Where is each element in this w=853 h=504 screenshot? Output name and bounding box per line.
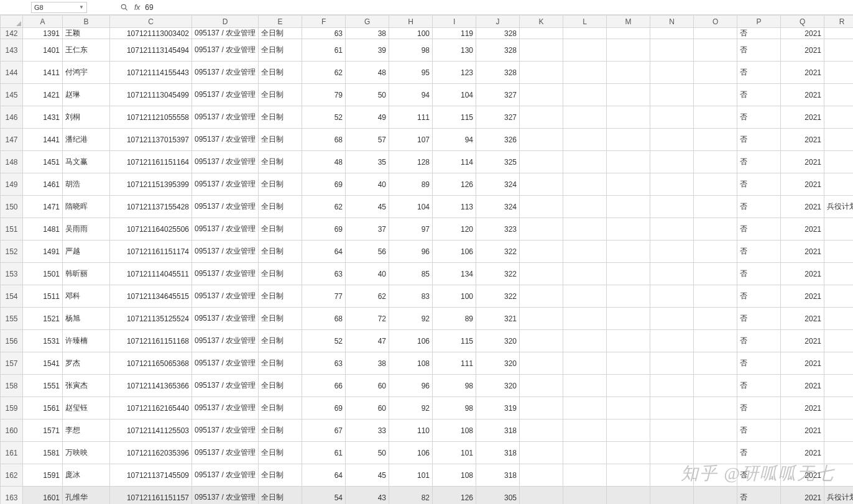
cell[interactable] [563, 352, 607, 375]
cell[interactable] [694, 330, 737, 352]
cell[interactable]: 许臻楠 [63, 330, 110, 352]
cell[interactable]: 全日制 [259, 218, 302, 241]
row-header[interactable]: 147 [1, 129, 23, 151]
cell[interactable]: 赵玺钰 [63, 397, 110, 419]
cell[interactable] [520, 196, 563, 218]
cell[interactable]: 123 [433, 62, 476, 84]
cell[interactable]: 否 [737, 375, 781, 397]
cell[interactable]: 62 [302, 196, 346, 218]
cell[interactable] [607, 263, 650, 285]
row-header[interactable]: 155 [1, 308, 23, 330]
cell[interactable] [650, 397, 694, 419]
cell[interactable] [607, 285, 650, 308]
col-header-B[interactable]: B [63, 16, 110, 28]
cell[interactable]: 否 [737, 330, 781, 352]
cell[interactable]: 否 [737, 151, 781, 173]
cell[interactable]: 107121162165440 [110, 397, 192, 419]
cell[interactable] [824, 241, 853, 263]
cell[interactable]: 否 [737, 106, 781, 129]
cell[interactable]: 否 [737, 84, 781, 106]
cell[interactable]: 61 [302, 442, 346, 464]
cell[interactable]: 2021 [781, 173, 824, 196]
cell[interactable]: 1531 [23, 330, 63, 352]
cell[interactable]: 全日制 [259, 442, 302, 464]
cell[interactable]: 320 [476, 330, 520, 352]
cell[interactable]: 98 [433, 375, 476, 397]
cell[interactable]: 2021 [781, 464, 824, 487]
cell[interactable] [694, 397, 737, 419]
cell[interactable]: 全日制 [259, 308, 302, 330]
row-header[interactable]: 163 [1, 487, 23, 505]
cell[interactable] [824, 442, 853, 464]
cell[interactable]: 62 [346, 285, 389, 308]
cell[interactable] [694, 419, 737, 442]
cell[interactable]: 否 [737, 241, 781, 263]
cell[interactable]: 96 [389, 375, 433, 397]
col-header-K[interactable]: K [520, 16, 563, 28]
cell[interactable]: 69 [302, 397, 346, 419]
cell[interactable]: 否 [737, 263, 781, 285]
cell[interactable]: 1591 [23, 464, 63, 487]
cell[interactable]: 107121114045511 [110, 263, 192, 285]
row-header[interactable]: 145 [1, 84, 23, 106]
cell[interactable] [607, 173, 650, 196]
col-header-G[interactable]: G [346, 16, 389, 28]
cell[interactable] [607, 129, 650, 151]
cell[interactable] [607, 241, 650, 263]
cell[interactable]: 2021 [781, 442, 824, 464]
cell[interactable]: 77 [302, 285, 346, 308]
cell[interactable] [520, 330, 563, 352]
cell[interactable]: 107121161151157 [110, 487, 192, 505]
cell[interactable]: 100 [389, 28, 433, 39]
cell[interactable] [520, 375, 563, 397]
cell[interactable]: 107 [389, 129, 433, 151]
cell[interactable]: 全日制 [259, 106, 302, 129]
cell[interactable]: 119 [433, 28, 476, 39]
cell[interactable]: 38 [346, 28, 389, 39]
cell[interactable] [694, 464, 737, 487]
cell[interactable] [607, 106, 650, 129]
cell[interactable]: 否 [737, 419, 781, 442]
cell[interactable]: 全日制 [259, 151, 302, 173]
col-header-I[interactable]: I [433, 16, 476, 28]
cell[interactable]: 107121121055558 [110, 106, 192, 129]
cell[interactable] [824, 84, 853, 106]
cell[interactable] [824, 464, 853, 487]
cell[interactable]: 全日制 [259, 62, 302, 84]
cell[interactable]: 92 [389, 397, 433, 419]
cell[interactable]: 322 [476, 285, 520, 308]
cell[interactable]: 095137 / 农业管理 [192, 285, 259, 308]
cell[interactable]: 89 [433, 308, 476, 330]
cell[interactable] [607, 28, 650, 39]
cell[interactable] [520, 263, 563, 285]
cell[interactable] [563, 62, 607, 84]
cell[interactable]: 128 [389, 151, 433, 173]
cell[interactable]: 69 [302, 173, 346, 196]
cell[interactable]: 2021 [781, 84, 824, 106]
col-header-O[interactable]: O [694, 16, 737, 28]
cell[interactable]: 否 [737, 129, 781, 151]
worksheet-grid[interactable]: ABCDEFGHIJKLMNOPQR1421391王颖1071211130034… [0, 15, 853, 504]
cell[interactable]: 328 [476, 62, 520, 84]
cell[interactable] [650, 419, 694, 442]
cell[interactable]: 095137 / 农业管理 [192, 196, 259, 218]
cell[interactable]: 全日制 [259, 263, 302, 285]
cell[interactable] [694, 442, 737, 464]
cell[interactable]: 318 [476, 419, 520, 442]
cell[interactable]: 101 [433, 442, 476, 464]
cell[interactable]: 72 [346, 308, 389, 330]
cell[interactable] [824, 129, 853, 151]
cell[interactable]: 64 [302, 464, 346, 487]
cell[interactable]: 1581 [23, 442, 63, 464]
cell[interactable]: 王仁东 [63, 39, 110, 62]
cell[interactable] [607, 419, 650, 442]
cell[interactable]: 94 [389, 84, 433, 106]
cell[interactable] [520, 419, 563, 442]
cell[interactable] [520, 352, 563, 375]
cell[interactable]: 326 [476, 129, 520, 151]
cell[interactable]: 潘纪港 [63, 129, 110, 151]
cell[interactable]: 98 [433, 397, 476, 419]
cell[interactable] [824, 39, 853, 62]
cell[interactable]: 63 [302, 352, 346, 375]
cell[interactable]: 98 [389, 39, 433, 62]
